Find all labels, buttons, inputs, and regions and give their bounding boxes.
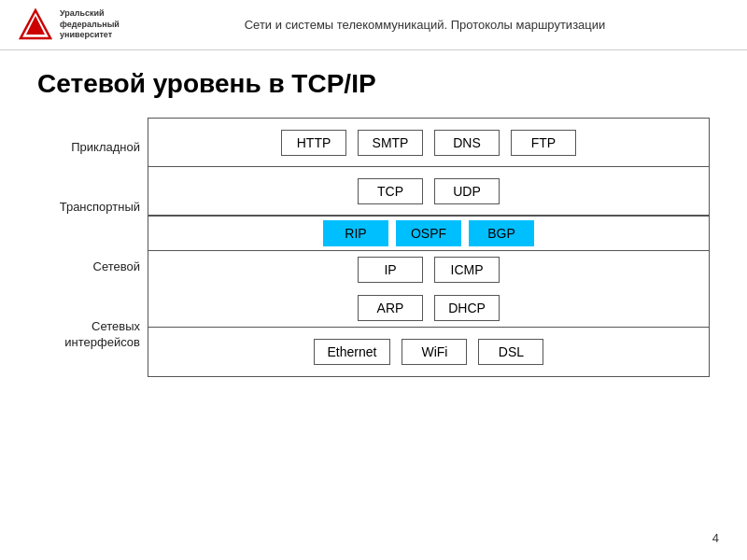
svg-marker-1 (26, 16, 45, 35)
university-logo-icon (19, 8, 52, 42)
university-name: Уральский федеральный университет (60, 8, 120, 41)
proto-rip: RIP (323, 220, 388, 246)
proto-ospf: OSPF (396, 220, 461, 246)
network-layer: IP ICMP ARP DHCP (148, 251, 709, 328)
protocol-diagram: HTTP SMTP DNS FTP TCP UDP RIP OSPF BGP I… (148, 118, 710, 377)
label-application: Прикладной (37, 140, 140, 156)
page-title: Сетевой уровень в TCP/IP (37, 69, 710, 99)
label-transport: Транспортный (37, 200, 140, 216)
header-title: Сети и системы телекоммуникаций. Протоко… (121, 18, 728, 32)
proto-http: HTTP (281, 130, 346, 156)
logo-area: Уральский федеральный университет (19, 8, 121, 42)
proto-dhcp: DHCP (434, 295, 500, 321)
routing-layer: RIP OSPF BGP (148, 216, 709, 251)
proto-ftp: FTP (511, 130, 576, 156)
network-row1: IP ICMP (348, 251, 509, 288)
proto-arp: ARP (358, 295, 423, 321)
proto-ip: IP (358, 257, 423, 283)
interface-layer: Ethernet WiFi DSL (148, 328, 709, 376)
transport-layer: TCP UDP (148, 167, 709, 216)
proto-dsl: DSL (478, 339, 543, 365)
proto-icmp: ICMP (434, 257, 500, 283)
application-layer: HTTP SMTP DNS FTP (148, 119, 709, 167)
proto-dns: DNS (434, 130, 500, 156)
proto-smtp: SMTP (358, 130, 423, 156)
proto-wifi: WiFi (402, 339, 467, 365)
network-row2: ARP DHCP (348, 289, 509, 327)
proto-tcp: TCP (358, 178, 423, 204)
page-number: 4 (712, 531, 719, 545)
proto-bgp: BGP (469, 220, 534, 246)
label-interface: Сетевых интерфейсов (37, 319, 140, 351)
label-network: Сетевой (37, 259, 140, 275)
proto-ethernet: Ethernet (314, 339, 391, 365)
proto-udp: UDP (434, 178, 500, 204)
